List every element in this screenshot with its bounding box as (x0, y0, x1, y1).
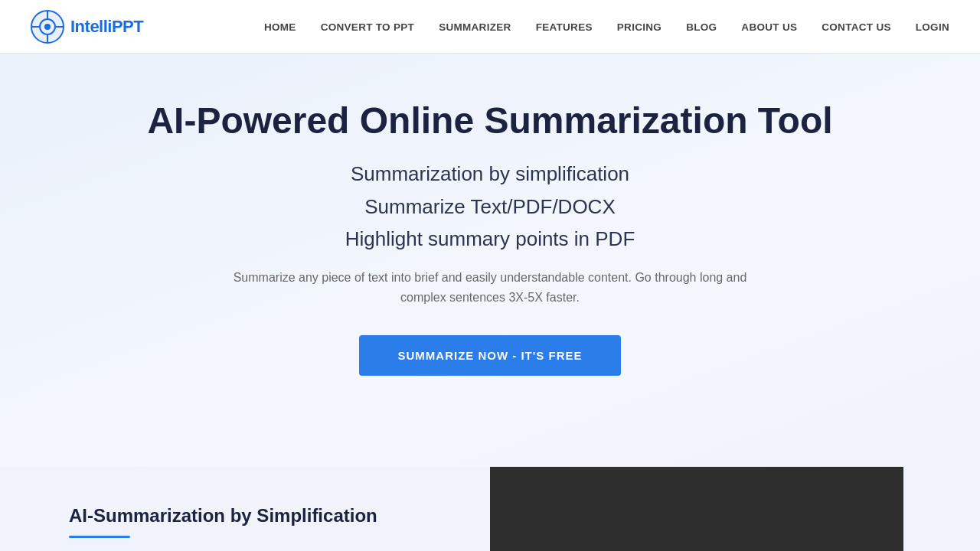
nav-blog[interactable]: BLOG (686, 21, 717, 33)
logo-icon (31, 10, 64, 44)
nav-convert[interactable]: CONVERT TO PPT (321, 21, 414, 33)
navbar: IntelliPPT HOME CONVERT TO PPT SUMMARIZE… (0, 0, 980, 54)
bottom-section: AI-Summarization by Simplification Summa… (0, 467, 980, 551)
cta-button[interactable]: SUMMARIZE NOW - IT'S FREE (359, 335, 620, 376)
logo-text: IntelliPPT (70, 17, 143, 37)
blue-underline-decoration (69, 536, 130, 538)
hero-features: Summarization by simplification Summariz… (31, 160, 949, 253)
logo[interactable]: IntelliPPT (31, 10, 143, 44)
nav-about[interactable]: ABOUT US (741, 21, 797, 33)
bottom-heading: AI-Summarization by Simplification (69, 505, 452, 527)
nav-contact[interactable]: CONTACT US (822, 21, 891, 33)
bottom-left: AI-Summarization by Simplification Summa… (0, 467, 490, 551)
nav-login[interactable]: LOGIN (916, 21, 949, 33)
video-placeholder[interactable] (490, 467, 903, 551)
nav-features[interactable]: FEATURES (536, 21, 593, 33)
hero-description: Summarize any piece of text into brief a… (214, 268, 766, 307)
nav-links: HOME CONVERT TO PPT SUMMARIZER FEATURES … (264, 20, 949, 34)
hero-title: AI-Powered Online Summarization Tool (31, 99, 949, 142)
bottom-right (490, 467, 903, 551)
hero-feature-2: Summarize Text/PDF/DOCX (364, 193, 615, 220)
nav-pricing[interactable]: PRICING (617, 21, 662, 33)
nav-home[interactable]: HOME (264, 21, 296, 33)
nav-summarizer[interactable]: SUMMARIZER (439, 21, 511, 33)
svg-point-2 (44, 24, 51, 30)
hero-feature-1: Summarization by simplification (351, 160, 629, 187)
hero-feature-3: Highlight summary points in PDF (345, 225, 635, 253)
hero-section: AI-Powered Online Summarization Tool Sum… (0, 54, 980, 467)
